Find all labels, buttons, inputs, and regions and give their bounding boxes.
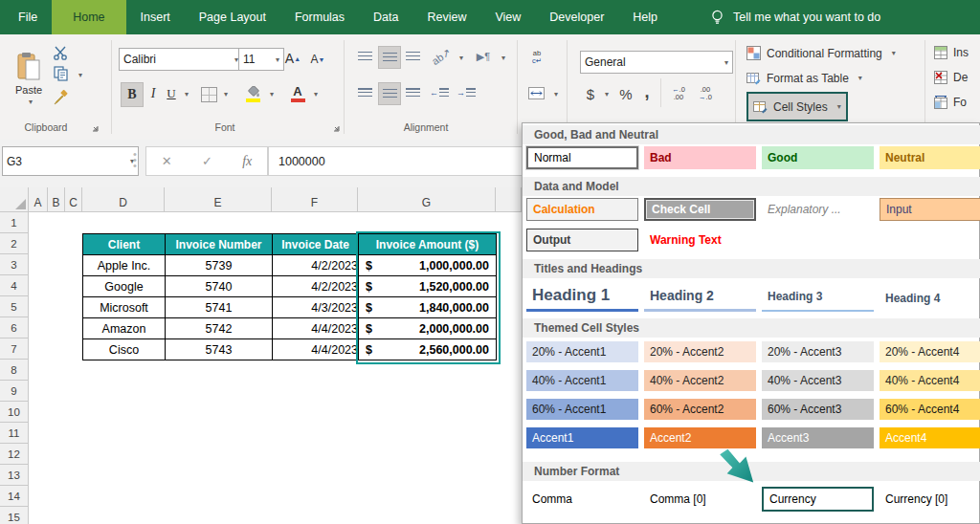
font-name-combo[interactable]: Calibri ▾ (119, 48, 243, 71)
client-cell[interactable]: Amazon (83, 318, 166, 339)
table-header-4[interactable]: Invoice Amount ($) (359, 234, 497, 255)
row-header-7[interactable]: 7 (0, 338, 29, 360)
formula-bar-resize-dots[interactable]: ••• (133, 151, 137, 168)
invoice-number-cell[interactable]: 5743 (166, 339, 273, 360)
row-header-2[interactable]: 2 (0, 233, 29, 254)
merge-dropdown-arrow[interactable]: ▾ (554, 90, 558, 98)
tab-home[interactable]: Home (52, 0, 125, 34)
fill-dropdown-arrow[interactable]: ▾ (270, 90, 274, 98)
cell-style-40-accent2[interactable]: 40% - Accent2 (644, 370, 756, 391)
paste-dropdown-arrow[interactable]: ▾ (29, 98, 33, 106)
table-header-3[interactable]: Invoice Date (273, 234, 359, 255)
copy-button[interactable] (50, 65, 71, 82)
column-header-partial[interactable] (496, 187, 522, 212)
accounting-format-button[interactable]: $ (582, 82, 599, 105)
column-header-A[interactable]: A (29, 187, 48, 212)
borders-dropdown-arrow[interactable]: ▾ (224, 90, 228, 98)
copy-dropdown-arrow[interactable]: ▾ (78, 71, 82, 79)
accounting-dropdown-arrow[interactable]: ▾ (605, 90, 609, 98)
cancel-icon[interactable]: ✕ (162, 154, 172, 168)
cell-style-20-accent2[interactable]: 20% - Accent2 (644, 341, 756, 362)
cell-style-check-cell[interactable]: Check Cell (644, 198, 756, 221)
number-format-combo[interactable]: General ▾ (580, 51, 733, 74)
orientation-button[interactable]: ab↗ (425, 41, 457, 73)
invoice-number-cell[interactable]: 5740 (166, 276, 273, 297)
decrease-font-size-button[interactable]: A▼ (306, 50, 329, 69)
row-header-14[interactable]: 14 (0, 486, 29, 507)
center-button[interactable] (378, 82, 401, 105)
row-header-13[interactable]: 13 (0, 465, 29, 486)
row-header-4[interactable]: 4 (0, 275, 29, 296)
fill-color-button[interactable] (241, 82, 264, 105)
orientation-dropdown-arrow[interactable]: ▾ (459, 54, 463, 62)
client-cell[interactable]: Apple Inc. (83, 255, 166, 276)
client-cell[interactable]: Microsoft (83, 297, 166, 318)
column-header-F[interactable]: F (272, 187, 358, 212)
merge-center-button[interactable] (524, 82, 547, 103)
format-cells-button[interactable]: Fo (934, 96, 967, 109)
tab-help[interactable]: Help (618, 0, 672, 34)
invoice-date-cell[interactable]: 4/2/2023 (273, 276, 359, 297)
row-header-8[interactable]: 8 (0, 360, 29, 381)
invoice-number-cell[interactable]: 5741 (166, 297, 273, 318)
name-box[interactable]: G3 ▾ (2, 146, 139, 176)
row-header-15[interactable]: 15 (0, 507, 29, 524)
cut-button[interactable] (50, 44, 71, 61)
table-header-1[interactable]: Client (83, 234, 166, 255)
tab-insert[interactable]: Insert (126, 0, 185, 34)
clipboard-dialog-launcher[interactable] (90, 123, 100, 133)
cell-style-heading-1[interactable]: Heading 1 (526, 282, 638, 312)
cell-style-heading-2[interactable]: Heading 2 (644, 282, 756, 312)
cell-style-accent2[interactable]: Accent2 (644, 427, 756, 448)
cell-style-20-accent4[interactable]: 20% - Accent4 (880, 341, 980, 362)
cell-style-good[interactable]: Good (762, 146, 874, 169)
cell-style-60-accent2[interactable]: 60% - Accent2 (644, 399, 756, 420)
tab-data[interactable]: Data (359, 0, 412, 34)
select-all-corner[interactable] (0, 187, 29, 212)
cell-style-accent3[interactable]: Accent3 (762, 427, 874, 448)
bottom-align-button[interactable] (402, 46, 423, 67)
row-header-10[interactable]: 10 (0, 402, 29, 423)
align-left-button[interactable] (354, 82, 375, 103)
column-header-C[interactable]: C (65, 187, 82, 212)
align-right-button[interactable] (402, 82, 423, 103)
invoice-amount-cell[interactable]: $1,840,000.00 (359, 297, 497, 318)
cell-style-60-accent4[interactable]: 60% - Accent4 (880, 399, 980, 420)
cell-style-60-accent1[interactable]: 60% - Accent1 (526, 399, 638, 420)
invoice-amount-cell[interactable]: $2,000,000.00 (359, 318, 497, 339)
invoice-amount-cell[interactable]: $2,560,000.00 (359, 339, 497, 360)
cell-style-output[interactable]: Output (526, 229, 638, 251)
cell-styles-button[interactable]: Cell Styles ▾ (746, 92, 848, 121)
increase-decimal-button[interactable]: ←.0.00 (666, 82, 691, 105)
client-cell[interactable]: Cisco (83, 339, 166, 360)
row-header-9[interactable]: 9 (0, 381, 29, 402)
cell-style-explanatory-[interactable]: Explanatory ... (762, 198, 874, 221)
cell-style-60-accent3[interactable]: 60% - Accent3 (762, 399, 874, 420)
cell-style-heading-4[interactable]: Heading 4 (880, 282, 980, 315)
row-header-12[interactable]: 12 (0, 444, 29, 465)
column-header-E[interactable]: E (165, 187, 272, 212)
row-header-6[interactable]: 6 (0, 317, 29, 338)
cell-style-40-accent1[interactable]: 40% - Accent1 (526, 370, 638, 391)
cell-style-currency[interactable]: Currency (762, 487, 874, 512)
font-size-combo[interactable]: 11 ▾ (238, 48, 284, 71)
cell-style-neutral[interactable]: Neutral (880, 146, 980, 169)
conditional-formatting-button[interactable]: Conditional Formatting ▾ (746, 46, 896, 60)
row-header-11[interactable]: 11 (0, 423, 29, 444)
cell-style-20-accent3[interactable]: 20% - Accent3 (762, 341, 874, 362)
cell-style-normal[interactable]: Normal (526, 146, 638, 169)
decrease-decimal-button[interactable]: .00→.0 (693, 82, 718, 105)
insert-function-icon[interactable]: fx (242, 154, 252, 169)
increase-font-size-button[interactable]: A▲ (281, 48, 304, 69)
top-align-button[interactable] (354, 46, 375, 67)
tab-file[interactable]: File (4, 0, 52, 34)
wrap-text-button[interactable]: ▶¶ (471, 46, 496, 67)
cell-style-40-accent3[interactable]: 40% - Accent3 (762, 370, 874, 391)
client-cell[interactable]: Google (83, 276, 166, 297)
font-color-button[interactable]: A (287, 82, 308, 105)
cell-style-heading-3[interactable]: Heading 3 (762, 282, 874, 312)
font-dialog-launcher[interactable] (331, 123, 341, 133)
tab-formulas[interactable]: Formulas (280, 0, 359, 34)
tab-page-layout[interactable]: Page Layout (185, 0, 280, 34)
borders-button-icon[interactable] (201, 87, 217, 102)
